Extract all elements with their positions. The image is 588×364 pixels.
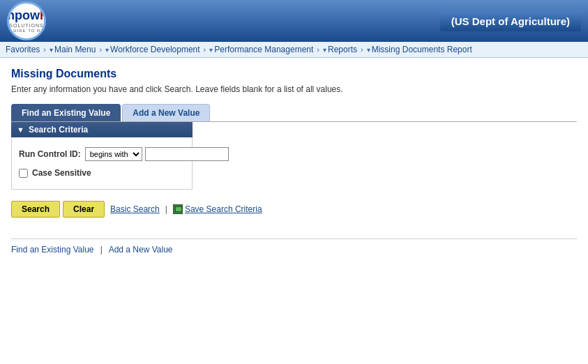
nav-main-menu[interactable]: Main Menu [54, 45, 96, 54]
logo-circle: EmpowHR SOLUTIONSFROM HIRE TO RETIRE [7, 1, 46, 40]
run-control-id-label: Run Control ID: [19, 149, 81, 159]
nav-missing-docs[interactable]: Missing Documents Report [372, 45, 472, 54]
logo-area: EmpowHR SOLUTIONSFROM HIRE TO RETIRE [7, 1, 46, 40]
org-name: (US Dept of Agriculture) [440, 11, 581, 31]
run-control-id-input[interactable] [145, 147, 229, 161]
tabs: Find an Existing Value Add a New Value [11, 104, 577, 121]
page-title: Missing Documents [11, 68, 577, 80]
footer-add-new[interactable]: Add a New Value [109, 245, 173, 255]
nav-sep-1: › [43, 45, 46, 54]
nav-sep-5: › [361, 45, 363, 54]
clear-button[interactable]: Clear [63, 201, 105, 218]
nav-performance[interactable]: Performance Management [214, 45, 313, 54]
logo-text: EmpowHR [7, 9, 46, 22]
operator-select[interactable]: begins with = contains ends with not = [85, 147, 142, 161]
main-content: Missing Documents Enter any information … [0, 58, 588, 264]
tab-find-existing[interactable]: Find an Existing Value [11, 104, 121, 121]
save-search-button[interactable]: Save Search Criteria [170, 204, 265, 215]
breadcrumb: Favorites › ▾ Main Menu › ▾ Workforce De… [0, 42, 588, 58]
nav-reports[interactable]: Reports [328, 45, 357, 54]
nav-sep-2: › [99, 45, 102, 54]
tab-add-new[interactable]: Add a New Value [122, 104, 210, 121]
case-sensitive-checkbox[interactable] [19, 169, 28, 178]
case-sensitive-label: Case Sensitive [32, 168, 91, 178]
nav-workforce[interactable]: Workforce Development [110, 45, 200, 54]
footer-links: Find an Existing Value | Add a New Value [11, 238, 577, 255]
nav-favorites[interactable]: Favorites [6, 45, 40, 54]
nav-sep-3: › [204, 45, 206, 54]
page-description: Enter any information you have and click… [11, 84, 577, 94]
footer-find-existing[interactable]: Find an Existing Value [11, 245, 94, 255]
search-criteria-header: ▼ Search Criteria [11, 122, 193, 137]
save-icon [173, 204, 183, 214]
collapse-arrow-icon: ▼ [17, 126, 24, 134]
footer-sep: | [100, 245, 103, 255]
section-header-label: Search Criteria [29, 125, 88, 135]
logo-sub: SOLUTIONSFROM HIRE TO RETIRE [7, 23, 46, 33]
nav-sep-4: › [317, 45, 319, 54]
search-body: Run Control ID: begins with = contains e… [11, 137, 193, 190]
run-control-id-row: Run Control ID: begins with = contains e… [19, 147, 185, 161]
case-sensitive-row: Case Sensitive [19, 168, 185, 178]
header: EmpowHR SOLUTIONSFROM HIRE TO RETIRE (US… [0, 0, 588, 42]
button-row: Search Clear Basic Search | Save Search … [11, 201, 577, 218]
basic-search-button[interactable]: Basic Search [107, 204, 163, 214]
search-button[interactable]: Search [11, 201, 60, 218]
